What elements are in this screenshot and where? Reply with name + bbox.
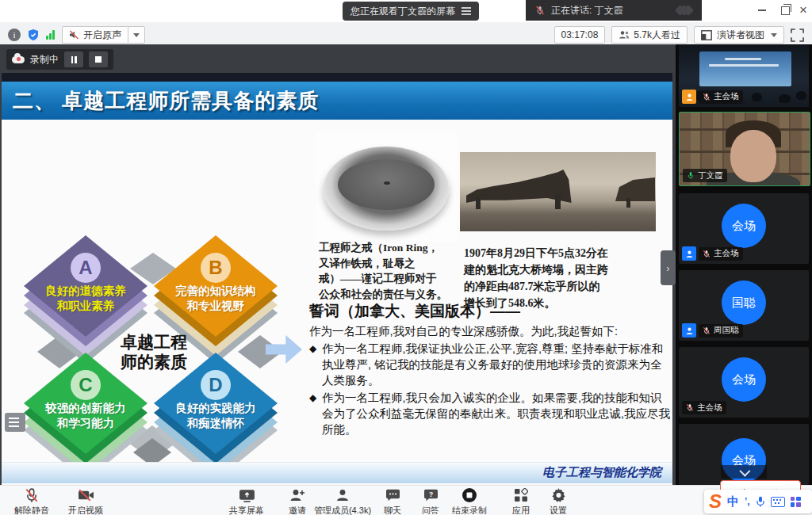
original-sound-label: 开启原声 [83,29,121,42]
info-icon[interactable]: i [8,29,21,41]
participants-sidebar: 主会场 丁文霞 会场 [676,44,812,485]
fullscreen-icon[interactable] [791,29,804,42]
diamond-text: 良好的道德素养 和职业素养 [45,284,126,312]
slide-thumbnails-button[interactable] [5,413,25,432]
slide-footer-bar: 电子工程与智能化学院 [2,462,672,483]
minimize-button[interactable] [752,0,772,21]
oath-section: 誓词（加拿大、美国版本）—— 作为一名工程师,我对自己的专业深感骄傲。为此,我起… [309,301,672,437]
muted-mic-icon [25,488,39,503]
participant-name: 主会场 [714,91,739,102]
watching-screen-label: 您正在观看丁文霞的屏幕 [350,5,455,18]
stop-record-icon [462,487,477,503]
avatar: 国聪 [722,280,766,325]
cohost-badge [682,246,696,261]
video-tile-participant[interactable]: 会场 主会场 [679,347,809,418]
diagram-diamond-b: B 完善的知识结构 和专业视野 [154,235,278,337]
speaking-indicator: 正在讲话: 丁文霞 [526,0,702,21]
invite-person-icon [289,488,305,502]
unmute-button[interactable]: 解除静音 [3,487,60,515]
manage-members-button[interactable]: 管理成员(4.3k) [314,487,371,515]
oath-intro: 作为一名工程师,我对自己的专业深感骄傲。为此,我起誓如下: [309,324,672,339]
cohost-badge [682,323,696,338]
gear-icon [551,488,566,503]
viewers-button[interactable]: 5.7k人看过 [611,26,688,44]
diamond-text: 较强的创新能力 和学习能力 [45,401,126,429]
scroll-more-button[interactable] [721,465,767,479]
person-icon [685,250,694,258]
meeting-toolbar: i 开启原声 03:17:08 [0,22,812,45]
qa-bubble-icon: ? [423,489,439,502]
pause-recording-button[interactable] [64,52,83,67]
settings-button[interactable]: 设置 [530,487,587,515]
security-shield-icon[interactable] [27,29,40,41]
participant-name: 周国聪 [714,325,739,336]
diagram-center-label: 卓越工程 师的素质 [109,332,198,372]
watching-screen-pill[interactable]: 您正在观看丁文霞的屏幕 [343,2,479,21]
person-icon [685,93,694,101]
network-signal-icon[interactable] [46,30,56,40]
camera-off-icon [78,489,94,502]
svg-text:?: ? [428,490,432,498]
original-sound-dropdown[interactable] [128,26,145,44]
diamond-text: 完善的知识结构 和专业视野 [175,284,256,312]
diamond-letter: B [201,253,231,283]
members-icon [335,488,350,502]
sidebar-collapse-handle[interactable]: › [661,250,676,285]
quebec-bridge-photo [460,152,656,231]
slide-title: 二、 卓越工程师所需具备的素质 [2,82,672,120]
video-tile-participant[interactable]: 会场 主会场 [679,193,809,264]
muted-mic-icon [703,93,710,101]
participant-name: 主会场 [714,248,739,259]
view-mode-button[interactable]: 演讲者视图 [694,26,784,44]
oath-bullet: ◆ 作为一名工程师,我保证执业公正,公平,宽容,尊重; 坚持奉献于标准和执业尊严… [309,341,672,388]
ime-language-toggle[interactable]: 中 [727,494,739,509]
video-tile-participant[interactable]: 会场 [679,424,809,485]
ime-toolbar[interactable]: S 中 ’, [704,490,812,513]
share-screen-button[interactable]: 共享屏幕 [218,487,275,515]
cloud-recording-icon [12,56,25,63]
muted-mic-icon [686,403,694,412]
original-sound-button[interactable]: 开启原声 [62,26,128,44]
voice-input-icon[interactable] [756,496,765,507]
end-recording-button[interactable]: 结束录制 [441,487,498,515]
diamond-letter: A [71,253,101,283]
bottom-control-bar: 解除静音 开启视频 共享屏幕 [0,485,812,515]
screen-menu-icon[interactable] [462,10,471,12]
ime-keyboard-icon[interactable] [771,497,785,507]
participant-name: 丁文霞 [698,170,723,181]
apps-grid-icon [514,488,528,502]
meeting-timer: 03:17:08 [554,26,606,44]
hand-raised-badge [682,90,696,104]
muted-mic-icon [535,6,545,15]
recording-label: 录制中 [30,53,59,67]
iron-ring-photo [316,132,457,242]
sogou-logo-icon[interactable]: S [709,492,722,511]
slide-title-bar: 二、 卓越工程师所需具备的素质 [2,82,672,120]
diamond-letter: C [71,370,101,400]
recording-indicator: 录制中 [6,49,113,70]
meeting-logo-icon [676,6,692,14]
slide-body: A 良好的道德素养 和职业素养 B 完善的知识结构 和专业视野 [2,120,672,462]
start-video-button[interactable]: 开启视频 [57,487,114,515]
avatar: 会场 [722,357,766,402]
video-tile-main-hall[interactable]: 主会场 [679,45,809,107]
video-tile-participant[interactable]: 国聪 周国聪 [679,270,809,341]
presentation-slide: 二、 卓越工程师所需具备的素质 A 良好的道德素养 和职业素养 [2,73,672,498]
diagram-diamond-a: A 良好的道德素养 和职业素养 [24,235,147,337]
view-mode-label: 演讲者视图 [717,29,764,42]
close-button[interactable]: × [793,0,812,21]
ime-toolbox-icon[interactable] [791,497,801,507]
ring-caption: 工程师之戒（Iron Ring， 又译作铁戒，耻辱之 戒）——谨记工程师对于 公… [319,240,469,302]
video-tile-speaker[interactable]: 丁文霞 [679,112,810,186]
window-title-bar: 您正在观看丁文霞的屏幕 正在讲话: 丁文霞 × [0,0,812,22]
meeting-window: 您正在观看丁文霞的屏幕 正在讲话: 丁文霞 × i [0,0,812,515]
ime-punctuation-toggle[interactable]: ’, [745,496,750,507]
avatar: 会场 [722,204,766,248]
speaker-view-icon [701,30,712,40]
slide-top-strip [2,73,672,82]
viewers-icon [619,30,630,40]
share-screen-icon [239,489,255,502]
active-mic-icon [687,171,695,180]
oath-title: 誓词（加拿大、美国版本）—— [309,301,672,322]
stop-recording-button[interactable] [89,52,108,67]
